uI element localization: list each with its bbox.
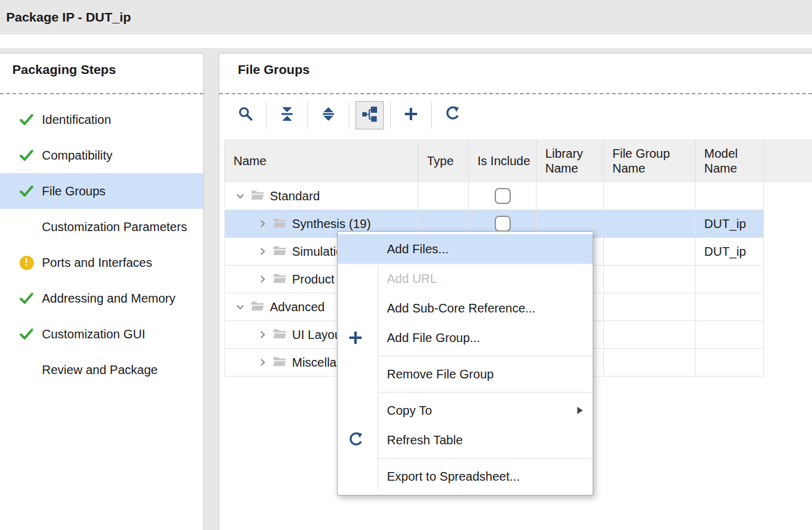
chevron-down-icon[interactable] (232, 191, 248, 201)
add-button[interactable] (397, 101, 425, 129)
menu-item-add-files[interactable]: Add Files... (338, 234, 593, 264)
search-button[interactable] (232, 101, 260, 129)
menu-item-label: Copy To (387, 404, 432, 417)
check-icon (18, 326, 35, 342)
panel-top-gap (0, 48, 812, 53)
model-name-cell (696, 349, 764, 376)
check-icon (18, 183, 35, 199)
column-header-model-name[interactable]: Model Name (696, 139, 764, 182)
menu-item-copy-to[interactable]: Copy To (338, 396, 593, 425)
menu-item-label: Add Sub-Core Reference... (387, 301, 535, 315)
packaging-steps-list: Identification Compatibility File Groups… (0, 102, 203, 388)
tree-view-button[interactable] (355, 101, 384, 129)
model-name-cell: DUT_ip (696, 238, 764, 265)
sidebar-item-file-groups[interactable]: File Groups (0, 173, 203, 209)
folder-icon (273, 272, 286, 287)
file-groups-divider (219, 93, 812, 94)
sidebar-item-compatibility[interactable]: Compatibility (0, 137, 203, 173)
sidebar-divider (0, 93, 203, 94)
menu-item-export-to-spreadsheet[interactable]: Export to Spreadsheet... (338, 462, 593, 491)
model-name-cell (696, 266, 764, 293)
sidebar-item-review-and-package[interactable]: Review and Package (0, 352, 203, 388)
refresh-icon (444, 106, 460, 124)
check-icon (18, 147, 35, 163)
sidebar-item-identification[interactable]: Identification (0, 102, 203, 137)
menu-separator (378, 392, 593, 393)
window-title: Package IP - DUT_ip (6, 0, 131, 35)
menu-item-label: Refresh Table (387, 433, 463, 447)
file-group-name-cell (604, 182, 696, 210)
menu-item-add-sub-core-reference[interactable]: Add Sub-Core Reference... (338, 293, 593, 323)
context-menu: Add Files... Add URL Add Sub-Core Refere… (337, 231, 593, 495)
file-group-name-label: Synthesis (19) (292, 217, 371, 231)
file-group-name-cell (604, 293, 696, 320)
is-include-cell (469, 182, 537, 210)
check-icon (18, 112, 35, 128)
library-name-cell (537, 182, 604, 210)
file-group-name-cell (604, 266, 696, 293)
is-include-checkbox[interactable] (495, 216, 511, 232)
sidebar-item-label: Customization Parameters (42, 220, 187, 234)
model-name-cell (696, 321, 764, 348)
menu-item-label: Export to Spreadsheet... (387, 470, 520, 483)
file-groups-heading: File Groups (238, 62, 310, 77)
menu-item-label: Add Files... (387, 242, 449, 256)
chevron-down-icon[interactable] (232, 302, 248, 312)
toolbar-separator (307, 102, 308, 129)
menu-item-remove-file-group[interactable]: Remove File Group (338, 359, 593, 389)
column-header-library-name[interactable]: Library Name (537, 139, 604, 182)
menu-item-add-url: Add URL (338, 264, 593, 293)
folder-icon (251, 300, 264, 314)
panel-divider-gap (204, 48, 219, 530)
warning-icon: ! (18, 255, 35, 271)
column-header-name[interactable]: Name (225, 139, 418, 182)
model-name-cell: DUT_ip (696, 210, 764, 237)
submenu-arrow-icon (577, 407, 583, 414)
file-group-name-label: Advanced (270, 300, 325, 314)
file-group-name-cell (604, 210, 696, 237)
sidebar-item-customization-parameters[interactable]: Customization Parameters (0, 209, 203, 245)
chevron-right-icon[interactable] (254, 357, 270, 367)
menu-item-add-file-group[interactable]: Add File Group... (338, 323, 593, 353)
search-icon (238, 106, 254, 124)
menu-item-label: Remove File Group (387, 367, 493, 381)
sidebar-item-addressing-and-memory[interactable]: Addressing and Memory (0, 280, 203, 316)
is-include-checkbox[interactable] (495, 188, 511, 204)
expand-all-icon (320, 106, 336, 124)
column-header-is-include[interactable]: Is Include (469, 139, 537, 182)
column-header-file-group-name[interactable]: File Group Name (604, 139, 696, 182)
sidebar-item-label: Ports and Interfaces (42, 256, 152, 270)
column-header-type[interactable]: Type (418, 139, 469, 182)
sidebar-item-label: Customization GUI (42, 327, 145, 341)
sidebar-item-customization-gui[interactable]: Customization GUI (0, 316, 203, 352)
refresh-icon (347, 432, 363, 448)
menu-item-refresh-table[interactable]: Refresh Table (338, 425, 593, 455)
menu-separator (378, 458, 593, 459)
model-name-cell (696, 182, 764, 210)
sidebar-item-label: Review and Package (42, 363, 158, 377)
table-row-standard[interactable]: Standard (224, 182, 764, 210)
menu-item-label: Add URL (387, 272, 437, 285)
collapse-all-icon (279, 106, 295, 124)
no-status-icon (18, 362, 35, 378)
file-group-name-label: Standard (270, 189, 320, 203)
expand-all-button[interactable] (314, 101, 343, 129)
table-header-row: Name Type Is Include Library Name File G… (224, 139, 812, 182)
packaging-steps-heading: Packaging Steps (12, 62, 116, 77)
chevron-right-icon[interactable] (254, 219, 270, 229)
sidebar-item-ports-and-interfaces[interactable]: ! Ports and Interfaces (0, 245, 203, 280)
type-cell (418, 182, 469, 210)
chevron-right-icon[interactable] (254, 274, 270, 284)
folder-icon (273, 356, 286, 370)
chevron-right-icon[interactable] (254, 330, 270, 340)
collapse-all-button[interactable] (273, 101, 301, 129)
chevron-right-icon[interactable] (254, 247, 270, 256)
packaging-steps-panel: Packaging Steps Identification Compatibi… (0, 53, 204, 530)
refresh-button[interactable] (438, 101, 466, 129)
tree-cell: Standard (225, 182, 418, 210)
sidebar-item-label: File Groups (42, 184, 105, 198)
folder-icon (273, 217, 286, 231)
toolbar-separator (266, 102, 267, 129)
tree-view-icon (362, 106, 378, 124)
file-group-name-cell (604, 321, 696, 348)
